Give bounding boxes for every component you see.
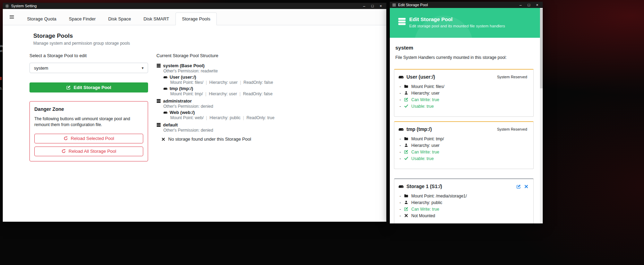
handler-card-tmp: tmp (tmp:/) System Reserved - Mount Poin… xyxy=(394,121,534,169)
danger-zone-card: Danger Zone The following buttons will u… xyxy=(29,101,148,161)
handler-row-canwrite: - Can Write: true xyxy=(398,96,529,103)
pool-name: default xyxy=(163,122,178,127)
edit-storage-pool-window: Edit Storage Pool – □ × Edit Storage Poo… xyxy=(390,2,543,223)
window-controls: – □ × xyxy=(360,3,385,9)
hdd-icon xyxy=(163,111,168,115)
edit-icon xyxy=(404,97,409,102)
server-icon xyxy=(156,99,161,103)
system-reserved-badge: System Reserved xyxy=(497,75,529,79)
tab-bar: Storage Quota Space Finder Disk Space Di… xyxy=(3,9,386,25)
refresh-icon xyxy=(61,149,66,153)
server-icon xyxy=(398,17,406,26)
pool-node-default: default Other's Permission: denied No st… xyxy=(156,122,378,142)
remove-handler-icon[interactable] xyxy=(524,184,529,189)
hdd-icon xyxy=(163,75,168,79)
pool-name: system (Base Pool) xyxy=(163,63,205,68)
page-subtitle: Manage system and permission group stora… xyxy=(33,41,386,46)
reload-all-pool-button[interactable]: Reload All Storage Pool xyxy=(34,147,143,156)
storage-detail: Mount Point: tmp/|Hierarchy: user|ReadOn… xyxy=(170,91,378,96)
reload-selected-pool-button[interactable]: Reload Selected Pool xyxy=(34,134,143,143)
edit-storage-pool-label: Edit Storage Pool xyxy=(74,85,111,90)
folder-icon xyxy=(404,194,409,198)
pool-permission: Other's Permission: denied xyxy=(163,104,378,108)
maximize-button[interactable]: □ xyxy=(525,2,533,8)
menu-icon[interactable] xyxy=(9,15,14,19)
pool-permission: Other's Permission: readwrite xyxy=(163,69,378,73)
empty-pool-text: No storage found under this Storage Pool xyxy=(168,136,251,142)
handler-name: Storage 1 (S1:/) xyxy=(406,184,442,189)
structure-title: Current Storage Pool Structure xyxy=(156,53,378,59)
empty-pool-row: No storage found under this Storage Pool xyxy=(161,136,378,142)
system-reserved-badge: System Reserved xyxy=(497,127,529,131)
banner-title: Edit Storage Pool xyxy=(409,16,453,22)
tab-disk-smart[interactable]: Disk SMART xyxy=(137,13,175,25)
x-icon xyxy=(161,137,165,141)
desktop-icon-fragment xyxy=(0,77,2,80)
handler-row-hierarchy: - Hierarchy: user xyxy=(398,142,529,149)
window-title: Edit Storage Pool xyxy=(398,3,428,7)
edit-pool-body: Edit Storage Pool Edit storage pool and … xyxy=(390,8,540,223)
storage-detail: Mount Point: web/|Hierarchy: public|Read… xyxy=(170,115,378,120)
handler-cards: User (user:/) System Reserved - Mount Po… xyxy=(394,69,534,223)
handler-row-mount: - Mount Point: tmp/ xyxy=(398,135,529,142)
storage-pools-page: Storage Pools Manage system and permissi… xyxy=(3,25,386,222)
edit-storage-pool-button[interactable]: Edit Storage Pool xyxy=(29,82,148,92)
storage-name: Web (web:/) xyxy=(170,110,195,115)
handler-name: User (user:/) xyxy=(406,74,435,80)
banner-subtitle: Edit storage pool and its mounted file s… xyxy=(409,24,505,28)
check-icon xyxy=(404,104,409,108)
handler-row-mount: - Mount Point: /media/storage1/ xyxy=(398,193,529,199)
gear-icon xyxy=(5,4,9,8)
hdd-icon xyxy=(163,87,168,91)
hdd-icon xyxy=(398,74,404,80)
edited-pool-name: system xyxy=(395,45,540,51)
window-title: System Setting xyxy=(11,4,37,8)
handler-row-hierarchy: - Hierarchy: user xyxy=(398,90,529,96)
handler-row-hierarchy: - Hierarchy: public xyxy=(398,199,529,206)
user-icon xyxy=(404,143,409,148)
edit-pool-banner: Edit Storage Pool Edit storage pool and … xyxy=(390,8,540,38)
window-controls: – □ × xyxy=(516,2,541,8)
minimize-button[interactable]: – xyxy=(516,2,525,8)
storage-name: User (user:/) xyxy=(170,74,196,80)
handler-row-not-mounted: - Not Mounted xyxy=(398,212,529,219)
handler-row-canwrite: - Can Write: true xyxy=(398,206,529,212)
handler-card-user: User (user:/) System Reserved - Mount Po… xyxy=(394,69,534,117)
refresh-icon xyxy=(63,136,68,141)
scrollbar-thumb[interactable] xyxy=(540,9,543,88)
hdd-icon xyxy=(398,127,404,132)
user-icon xyxy=(404,91,409,95)
page-title: Storage Pools xyxy=(33,33,386,39)
folder-icon xyxy=(404,136,409,141)
danger-zone-description: The following buttons will unmount stora… xyxy=(34,116,138,128)
tab-space-finder[interactable]: Space Finder xyxy=(63,13,102,25)
user-icon xyxy=(404,200,409,205)
edit-pool-titlebar: Edit Storage Pool – □ × xyxy=(390,2,543,8)
close-button[interactable]: × xyxy=(377,3,385,9)
storage-pool-select[interactable]: system ▾ xyxy=(29,63,148,73)
selected-pool-value: system xyxy=(34,65,48,71)
pool-node-system: system (Base Pool) Other's Permission: r… xyxy=(156,63,378,96)
minimize-button[interactable]: – xyxy=(360,3,368,9)
handler-name: tmp (tmp:/) xyxy=(406,126,432,132)
reload-selected-pool-label: Reload Selected Pool xyxy=(71,136,114,141)
handler-row-usable: - Usable: true xyxy=(398,103,529,109)
scrollbar[interactable] xyxy=(540,8,543,223)
storage-detail: Mount Point: files/|Hierarchy: user|Read… xyxy=(170,80,378,85)
edit-icon xyxy=(66,85,71,90)
edit-handler-icon[interactable] xyxy=(516,184,521,189)
tab-storage-pools[interactable]: Storage Pools xyxy=(175,12,217,25)
tab-storage-quota[interactable]: Storage Quota xyxy=(21,13,63,25)
tab-disk-space[interactable]: Disk Space xyxy=(102,13,137,25)
pool-permission: Other's Permission: denied xyxy=(163,128,378,132)
folder-icon xyxy=(404,84,409,89)
pool-node-administrator: administrator Other's Permission: denied… xyxy=(156,98,378,120)
maximize-button[interactable]: □ xyxy=(368,3,377,9)
handler-row-canwrite: - Can Write: true xyxy=(398,149,529,155)
close-button[interactable]: × xyxy=(533,2,541,8)
check-icon xyxy=(404,156,409,161)
select-pool-label: Select a Storage Pool to edit xyxy=(29,53,148,58)
handler-row-mount: - Mount Point: files/ xyxy=(398,83,529,90)
desktop-icon-label: 1. xyxy=(0,87,3,90)
handlers-description: File System Handlers currently mounted i… xyxy=(395,55,540,60)
